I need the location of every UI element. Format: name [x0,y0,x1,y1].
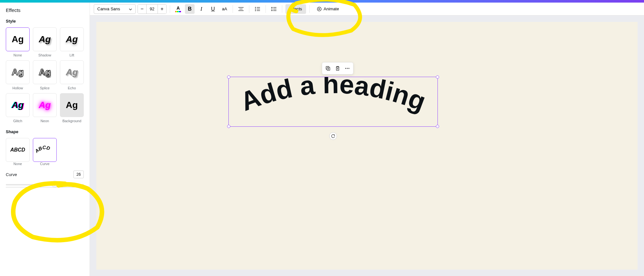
more-options-button[interactable] [343,64,352,73]
element-toolbar [322,62,353,74]
alignment-button[interactable] [236,4,246,14]
curve-slider-label: Curve [6,172,17,177]
curve-slider[interactable] [6,181,84,187]
effect-glitch[interactable]: Ag Glitch [6,93,30,123]
shape-none[interactable]: ABCD None [6,138,30,166]
svg-text:ABCD: ABCD [35,144,51,154]
svg-text:Add a heading: Add a heading [236,77,430,116]
spacing-button[interactable] [269,4,279,14]
trash-icon [335,66,340,71]
list-icon [255,7,260,11]
svg-point-4 [255,7,256,8]
italic-button[interactable]: I [197,4,206,14]
rotate-handle[interactable] [329,132,337,140]
effect-background[interactable]: Ag Background [60,93,84,123]
font-family-selector[interactable]: Canva Sans [94,4,136,14]
underline-button[interactable]: U [208,4,218,14]
resize-handle-bl[interactable] [227,125,230,128]
resize-handle-br[interactable] [436,125,439,128]
shape-section-label: Shape [6,129,84,134]
resize-handle-tl[interactable] [227,75,230,79]
heading-text-element[interactable]: Add a heading [228,77,438,127]
bold-button[interactable]: B [185,4,195,14]
rotate-icon [331,134,335,138]
effect-echo[interactable]: Ag Echo [60,60,84,90]
font-size-decrease[interactable]: − [138,4,146,14]
shape-curve[interactable]: ABCD Curve [33,138,57,166]
top-gradient-bar [0,0,644,3]
text-color-button[interactable]: A [173,4,183,14]
effects-button[interactable]: Effects [285,4,306,14]
effect-hollow[interactable]: Ag Hollow [6,60,30,90]
duplicate-icon [325,66,331,71]
style-section-label: Style [6,19,84,24]
align-icon [238,7,244,11]
text-toolbar: Canva Sans − 92 + A B I U aA [90,3,644,15]
effects-sidebar: Effects Style Ag None Ag Shadow Ag Lift … [0,3,90,276]
resize-handle-tr[interactable] [436,75,439,79]
list-button[interactable] [253,4,262,14]
delete-button[interactable] [333,64,342,73]
font-size-increase[interactable]: + [158,4,166,14]
svg-point-19 [347,68,348,69]
animate-icon [317,6,322,12]
curve-value-input[interactable]: 26 [73,171,84,178]
effect-none[interactable]: Ag None [6,27,30,57]
effect-lift[interactable]: Ag Lift [60,27,84,57]
svg-point-18 [345,68,346,69]
color-bar-icon [175,11,181,12]
canvas[interactable]: Add a heading [96,22,638,270]
effect-splice[interactable]: Ag Splice [33,60,57,90]
spacing-icon [271,6,276,12]
sidebar-title: Effects [6,7,84,13]
slider-handle[interactable] [52,182,57,187]
duplicate-button[interactable] [323,64,332,73]
text-case-button[interactable]: aA [220,4,229,14]
effect-shadow[interactable]: Ag Shadow [33,27,57,57]
effect-neon[interactable]: Ag Neon [33,93,57,123]
animate-button[interactable]: Animate [313,4,343,14]
svg-point-20 [349,68,350,69]
svg-point-8 [255,10,256,11]
chevron-down-icon [129,6,132,11]
svg-point-6 [255,8,256,9]
more-icon [345,66,350,71]
font-size-input[interactable]: 92 [146,4,158,14]
